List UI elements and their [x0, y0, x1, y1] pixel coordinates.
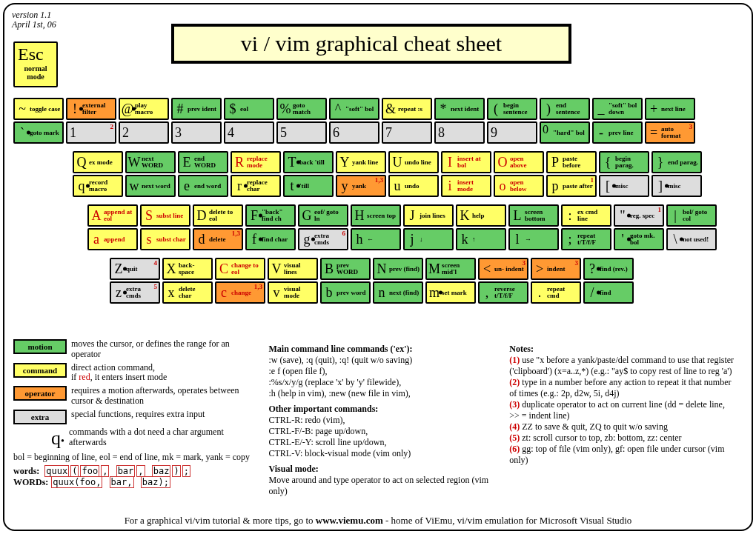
key-G: Geof/ goto ln [298, 204, 348, 227]
key-': 'goto mk. bol [614, 228, 664, 250]
key-esc: Esc normal mode [13, 41, 58, 87]
key-?: ?find (rev.) [583, 258, 634, 280]
key-L: Lscreen bottom [508, 204, 559, 227]
key-o: oopen below [494, 175, 544, 197]
key-u: uundo [388, 175, 439, 197]
key-t: t'till [283, 175, 334, 197]
key-": "reg. spec1 [614, 204, 664, 227]
key-X: Xback- space [162, 258, 213, 280]
key-4: 4 [224, 121, 274, 144]
key-]: ]misc [651, 175, 702, 197]
key-q: qrecord macro [73, 175, 123, 197]
key-J: Jjoin lines [403, 204, 454, 227]
key-E: Eend WORD [178, 151, 228, 173]
key-U: Uundo line [388, 151, 439, 173]
key-P: Ppaste before [546, 151, 597, 173]
key-S: Ssubst line [140, 204, 190, 227]
key-}: }end parag. [651, 151, 702, 173]
key-V: Vvisual lines [268, 258, 318, 280]
key-_: _"soft" bol down [592, 98, 643, 120]
key-~: ~toggle case [13, 98, 64, 120]
key-c: cchange1,3 [215, 281, 265, 304]
key-R: Rreplace mode [231, 151, 281, 173]
key-w: wnext word [125, 175, 176, 197]
key-[: [misc [599, 175, 649, 197]
key-7: 7 [382, 121, 432, 144]
key-/: /find [583, 281, 634, 304]
qdot-icon: q• [27, 427, 64, 450]
key-b: bprev word [320, 281, 371, 304]
key-z: zextra cmds5 [110, 281, 160, 304]
key-#: #prev ident [171, 98, 222, 120]
key-H: Hscreen top [351, 204, 401, 227]
key-\: \not used! [666, 228, 717, 250]
key-i: iinsert mode [441, 175, 491, 197]
key-=: =auto format3 [645, 121, 695, 144]
key-O: Oopen above [494, 151, 544, 173]
key-j: j↓ [403, 228, 454, 250]
key-;: ;repeat t/T/f/F [561, 228, 611, 250]
key-C: Cchange to eol [215, 258, 265, 280]
key-v: vvisual mode [268, 281, 318, 304]
key-+: +next line [645, 98, 695, 120]
key-|: |bol/ goto col [666, 204, 717, 227]
key-W: Wnext WORD [125, 151, 176, 173]
key->: >indent3 [531, 258, 581, 280]
key-,: ,reverse t/T/f/F [478, 281, 528, 304]
key-%: %goto match [276, 98, 327, 120]
legend-motion: motion [13, 339, 67, 354]
key-m: mset mark [425, 281, 476, 304]
words-sample: quux(foo, bar, baz); [44, 466, 191, 476]
legend-extra: extra [13, 410, 67, 424]
key-Z: Zquit4 [110, 258, 160, 280]
key-x: xdelete char [162, 281, 213, 304]
key-5: 5 [276, 121, 327, 144]
key-!: !external filter [66, 98, 116, 120]
key-N: Nprev (find) [373, 258, 423, 280]
key-F: F"back" find ch [245, 204, 296, 227]
key--: -prev line [592, 121, 643, 144]
key-`: `goto mark [13, 121, 64, 144]
key-{: {begin parag. [599, 151, 649, 173]
legend-section: motion moves the cursor, or defines the … [13, 339, 737, 497]
key-a: aappend [87, 228, 138, 250]
key-h: h← [351, 228, 401, 250]
footer: For a graphical vi/vim tutorial & more t… [4, 515, 752, 527]
key-&: &repeat :s [382, 98, 432, 120]
key-): )end sentence [540, 98, 590, 120]
key-r: rreplace char [231, 175, 281, 197]
key-Y: Yyank line [336, 151, 386, 173]
key-8: 8 [434, 121, 485, 144]
legend-command: command [13, 363, 67, 378]
page-title: vi / vim graphical cheat sheet [171, 24, 571, 64]
legend-operator: operator [13, 386, 67, 401]
key-D: Ddelete to eol [193, 204, 243, 227]
WORDS-sample: quux(foo, bar, baz); [50, 477, 171, 487]
key-9: 9 [487, 121, 537, 144]
keyboard: ~toggle case`goto mark!external filter12… [13, 98, 737, 305]
key-p: ppaste after1 [546, 175, 597, 197]
key-I: Iinsert at bol [441, 151, 491, 173]
key-B: Bprev WORD [320, 258, 371, 280]
key-:: :ex cmd line [561, 204, 611, 227]
key-Q: Qex mode [73, 151, 123, 173]
key-0: 0"hard" bol [540, 121, 590, 144]
key-1: 12 [66, 121, 116, 144]
key-K: Khelp [456, 204, 506, 227]
key-$: $eol [224, 98, 274, 120]
key-<: <un- indent3 [478, 258, 528, 280]
key-n: nnext (find) [373, 281, 423, 304]
key-(: (begin sentence [487, 98, 537, 120]
key-k: k↑ [456, 228, 506, 250]
key-M: Mscreen mid'l [425, 258, 476, 280]
key-T: Tback 'till [283, 151, 334, 173]
key-d: ddelete1,3 [193, 228, 243, 250]
key-.: .repeat cmd [531, 281, 581, 304]
key-^: ^"soft" bol [329, 98, 379, 120]
key-3: 3 [171, 121, 222, 144]
key-6: 6 [329, 121, 379, 144]
key-f: ffind char [245, 228, 296, 250]
key-y: yyank1,3 [336, 175, 386, 197]
key-@: @play macro [119, 98, 169, 120]
key-e: eend word [178, 175, 228, 197]
